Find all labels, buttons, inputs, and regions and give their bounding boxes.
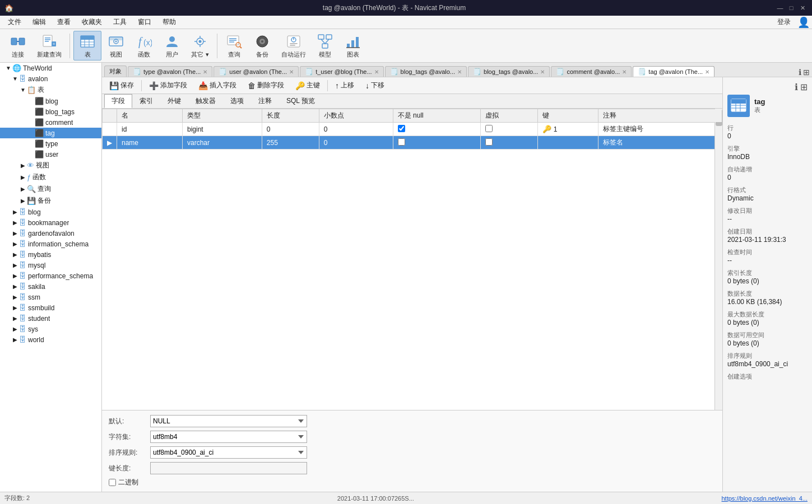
field-type-1[interactable]: bigint <box>183 123 262 136</box>
field-comment-1[interactable]: 标签主键编号 <box>598 123 722 136</box>
menu-edit[interactable]: 编辑 <box>27 16 52 28</box>
expand-backups[interactable]: ▶ <box>19 198 27 204</box>
field-tab-fields[interactable]: 字段 <box>104 94 132 108</box>
sidebar-item-backups[interactable]: ▶ 💾 备份 <box>0 195 101 207</box>
field-name-2[interactable]: name <box>117 136 183 150</box>
expand-queries[interactable]: ▶ <box>19 186 27 192</box>
table-grid-wrapper[interactable]: 名 类型 长度 小数点 不是 null 虚拟 键 注释 <box>102 109 722 410</box>
minimize-button[interactable]: — <box>775 3 785 13</box>
tab-user-close[interactable]: ✕ <box>289 69 294 75</box>
charset-select[interactable]: utf8mb4 <box>150 431 307 443</box>
tab-object[interactable]: 对象 <box>104 66 127 77</box>
delete-field-button[interactable]: 🗑 删除字段 <box>243 78 289 92</box>
field-virtual-1[interactable] <box>481 123 538 136</box>
menu-window[interactable]: 窗口 <box>132 16 157 28</box>
tab-grid-button[interactable]: ⊞ <box>803 68 810 77</box>
expand-theworld[interactable]: ▼ <box>4 65 12 71</box>
field-length-2[interactable]: 255 <box>262 136 319 150</box>
info-panel-info-icon[interactable]: ℹ <box>795 82 798 92</box>
sidebar-item-tables[interactable]: ▼ 📋 表 <box>0 84 101 96</box>
field-notnull-1[interactable] <box>393 123 481 136</box>
toolbar-connect[interactable]: 连接 <box>4 31 31 60</box>
save-button[interactable]: 💾 保存 <box>104 78 139 92</box>
toolbar-model[interactable]: 模型 <box>312 31 338 60</box>
expand-functions[interactable]: ▶ <box>19 174 27 180</box>
table-row[interactable]: id bigint 0 0 🔑 1 标签主键编号 <box>103 123 722 136</box>
toolbar-new-query[interactable]: + 新建查询 <box>33 31 66 60</box>
tab-tag[interactable]: 🗒️ tag @avalon (The... ✕ <box>633 66 714 77</box>
field-decimal-2[interactable]: 0 <box>319 136 393 150</box>
close-button[interactable]: ✕ <box>797 3 808 13</box>
move-up-button[interactable]: ↑ 上移 <box>330 78 359 92</box>
sidebar-item-avalon[interactable]: ▼ 🗄 avalon <box>0 73 101 84</box>
table-row[interactable]: ▶ name varchar 255 0 标签名 <box>103 136 722 150</box>
add-field-button[interactable]: ➕ 添加字段 <box>144 78 192 92</box>
tab-tag-close[interactable]: ✕ <box>705 69 709 75</box>
sidebar-item-type[interactable]: ▶ ⬛ type <box>0 138 101 149</box>
sidebar-item-queries[interactable]: ▶ 🔍 查询 <box>0 183 101 195</box>
sidebar-item-comment[interactable]: ▶ ⬛ comment <box>0 117 101 128</box>
field-comment-2[interactable]: 标签名 <box>598 136 722 150</box>
collation-select[interactable]: utf8mb4_0900_ai_ci <box>150 446 307 459</box>
tab-t-user[interactable]: 🗒️ t_user @blog (The... ✕ <box>300 66 383 77</box>
sidebar-item-information-schema[interactable]: ▶ 🗄 information_schema <box>0 239 101 249</box>
sidebar-item-theworld[interactable]: ▼ 🌐 TheWorld <box>0 63 101 73</box>
binary-checkbox[interactable] <box>109 479 116 486</box>
info-panel-grid-icon[interactable]: ⊞ <box>800 82 808 92</box>
tab-user[interactable]: 🗒️ user @avalon (The... ✕ <box>214 66 299 77</box>
toolbar-chart[interactable]: 图表 <box>340 31 366 60</box>
login-button[interactable]: 登录 <box>773 16 795 28</box>
field-type-2[interactable]: varchar <box>183 136 262 150</box>
field-tab-options[interactable]: 选项 <box>223 94 251 108</box>
toolbar-table[interactable]: 表 <box>73 31 101 60</box>
sidebar-item-gardenofavalon[interactable]: ▶ 🗄 gardenofavalon <box>0 228 101 239</box>
toolbar-other[interactable]: 其它 ▾ <box>187 31 214 60</box>
sidebar-item-performance-schema[interactable]: ▶ 🗄 performance_schema <box>0 270 101 281</box>
expand-views[interactable]: ▶ <box>19 162 27 169</box>
sidebar-item-sys[interactable]: ▶ 🗄 sys <box>0 324 101 334</box>
field-virtual-2[interactable] <box>481 136 538 150</box>
tab-blog-tags1[interactable]: 🗒️ blog_tags @avalo... ✕ <box>385 66 467 77</box>
field-tab-index[interactable]: 索引 <box>132 94 160 108</box>
tab-comment-close[interactable]: ✕ <box>622 69 627 75</box>
tab-blog-tags2[interactable]: 🗒️ blog_tags @avalo... ✕ <box>468 66 550 77</box>
field-decimal-1[interactable]: 0 <box>319 123 393 136</box>
sidebar-item-mybatis[interactable]: ▶ 🗄 mybatis <box>0 249 101 260</box>
toolbar-auto-run[interactable]: 自动运行 <box>277 31 310 60</box>
expand-avalon[interactable]: ▼ <box>11 76 19 82</box>
tab-blog-tags2-close[interactable]: ✕ <box>540 69 545 75</box>
field-tab-triggers[interactable]: 触发器 <box>188 94 223 108</box>
sidebar-item-views[interactable]: ▶ 👁 视图 <box>0 160 101 171</box>
expand-tables[interactable]: ▼ <box>19 87 27 93</box>
field-tab-sql[interactable]: SQL 预览 <box>279 94 322 108</box>
sidebar-item-tag[interactable]: ▶ ⬛ tag <box>0 128 101 138</box>
tab-comment[interactable]: 🗒️ comment @avalo... ✕ <box>551 66 632 77</box>
default-select[interactable]: NULL <box>150 415 307 427</box>
sidebar-item-blog[interactable]: ▶ ⬛ blog <box>0 96 101 106</box>
primary-key-button[interactable]: 🔑 主键 <box>290 78 325 92</box>
tab-blog-tags1-close[interactable]: ✕ <box>457 69 462 75</box>
toolbar-backup[interactable]: 备份 <box>249 31 276 60</box>
field-length-1[interactable]: 0 <box>262 123 319 136</box>
key-length-input[interactable] <box>150 462 307 474</box>
sidebar-item-ssm[interactable]: ▶ 🗄 ssm <box>0 292 101 302</box>
toolbar-query[interactable]: 查询 <box>221 31 248 60</box>
menu-favorites[interactable]: 收藏夹 <box>76 16 108 28</box>
sidebar-item-world[interactable]: ▶ 🗄 world <box>0 334 101 345</box>
sidebar-item-bookmanager[interactable]: ▶ 🗄 bookmanager <box>0 217 101 228</box>
sidebar-item-mysql[interactable]: ▶ 🗄 mysql <box>0 260 101 270</box>
sidebar-item-user[interactable]: ▶ ⬛ user <box>0 149 101 160</box>
field-notnull-2[interactable] <box>393 136 481 150</box>
sidebar-item-sakila[interactable]: ▶ 🗄 sakila <box>0 281 101 292</box>
url-status[interactable]: https://blog.csdn.net/weixin_4... <box>722 495 808 502</box>
toolbar-function[interactable]: f(x) 函数 <box>131 31 157 60</box>
grid-scrollbar-v[interactable] <box>714 109 722 410</box>
sidebar-item-ssmbuild[interactable]: ▶ 🗄 ssmbuild <box>0 302 101 313</box>
menu-view[interactable]: 查看 <box>52 16 76 28</box>
sidebar-item-student[interactable]: ▶ 🗄 student <box>0 313 101 324</box>
field-name-1[interactable]: id <box>117 123 183 136</box>
menu-help[interactable]: 帮助 <box>157 16 182 28</box>
insert-field-button[interactable]: 📥 插入字段 <box>193 78 242 92</box>
tab-t-user-close[interactable]: ✕ <box>374 69 379 75</box>
tab-type[interactable]: 🗒️ type @avalon (The... ✕ <box>128 66 212 77</box>
